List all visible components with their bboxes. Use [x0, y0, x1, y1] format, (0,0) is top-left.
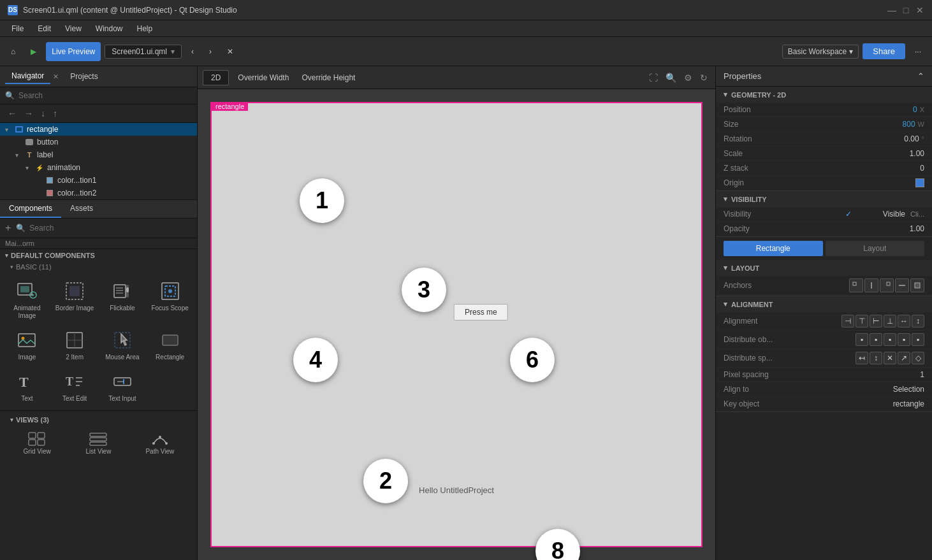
- anchor-fill[interactable]: [910, 278, 924, 292]
- visibility-value[interactable]: Visible: [854, 210, 905, 219]
- dist-sp-btn4[interactable]: ↗: [898, 352, 910, 364]
- zoom-button[interactable]: 🔍: [663, 71, 679, 84]
- override-width-option[interactable]: Override Width: [234, 72, 293, 83]
- dist-obj-btn4[interactable]: ▪: [898, 333, 910, 346]
- menu-window[interactable]: Window: [89, 23, 129, 34]
- comp-text-edit[interactable]: T Text Edit: [52, 366, 98, 406]
- comp-animated-image[interactable]: Animated Image: [4, 276, 50, 324]
- back-button[interactable]: ‹: [186, 42, 200, 61]
- pixel-spacing-value[interactable]: 1: [873, 370, 924, 379]
- menu-edit[interactable]: Edit: [31, 23, 57, 34]
- scale-value[interactable]: 1.00: [873, 149, 924, 158]
- size-value[interactable]: 800: [864, 120, 915, 129]
- live-preview-button[interactable]: Live Preview: [46, 42, 101, 61]
- dist-sp-btn3[interactable]: ✕: [884, 352, 896, 364]
- canvas-press-me-button[interactable]: Press me: [454, 304, 508, 320]
- align-to-value[interactable]: Selection: [873, 385, 924, 394]
- align-center-h-button[interactable]: ↔: [898, 315, 910, 327]
- more-button[interactable]: ···: [909, 42, 927, 61]
- geometry-header[interactable]: ▾ GEOMETRY - 2D: [716, 87, 932, 103]
- comp-image[interactable]: Image: [4, 325, 50, 365]
- dist-obj-btn5[interactable]: ▪: [912, 333, 924, 346]
- comp-rectangle[interactable]: Rectangle: [147, 325, 193, 365]
- comp-focus-scope[interactable]: Focus Scope: [147, 276, 193, 324]
- maximize-button[interactable]: □: [901, 6, 910, 15]
- view-path[interactable]: Path View: [131, 429, 189, 458]
- canvas-tab-2d[interactable]: 2D: [203, 70, 229, 85]
- override-height-option[interactable]: Override Height: [298, 72, 359, 83]
- navigator-search-input[interactable]: [18, 91, 192, 100]
- nav-forward-button[interactable]: →: [22, 107, 36, 120]
- tree-item-animation[interactable]: ▾ ⚡ animation: [0, 161, 197, 174]
- nav-down-button[interactable]: ↓: [38, 107, 48, 120]
- tree-item-label[interactable]: ▾ T label: [0, 148, 197, 161]
- position-value[interactable]: 0: [866, 105, 917, 114]
- comp-flickable[interactable]: Flickable: [99, 276, 146, 324]
- comp-text-input[interactable]: Text Input: [99, 366, 146, 406]
- nav-back-button[interactable]: ←: [5, 107, 19, 120]
- minimize-button[interactable]: —: [887, 6, 896, 15]
- anchor-top-left[interactable]: [849, 278, 863, 292]
- alignment-header[interactable]: ▾ ALIGNMENT: [716, 296, 932, 312]
- comp-text[interactable]: T Text: [4, 366, 50, 406]
- visibility-header[interactable]: ▾ VISIBILITY: [716, 191, 932, 207]
- rotation-value[interactable]: 0.00: [868, 134, 919, 143]
- menu-view[interactable]: View: [59, 23, 88, 34]
- layout-header[interactable]: ▾ LAYOUT: [716, 260, 932, 276]
- refresh-button[interactable]: ↻: [697, 71, 710, 84]
- close-tab-button[interactable]: ✕: [221, 42, 239, 61]
- basic-subsection[interactable]: ▾ BASIC (11): [0, 262, 197, 272]
- align-center-v-button[interactable]: ↕: [912, 315, 924, 327]
- file-tab[interactable]: Screen01.ui.qml ▾: [105, 45, 182, 59]
- tree-item-rectangle[interactable]: ▾ rectangle: [0, 123, 197, 136]
- comp-item[interactable]: 2 Item: [52, 325, 98, 365]
- tab-assets[interactable]: Assets: [61, 200, 102, 218]
- window-controls[interactable]: — □ ✕: [887, 6, 924, 15]
- share-button[interactable]: Share: [863, 43, 905, 59]
- view-grid[interactable]: Grid View: [8, 429, 66, 458]
- tree-item-color2[interactable]: color...tion2: [0, 187, 197, 199]
- add-component-button[interactable]: +: [5, 222, 11, 234]
- dist-obj-btn1[interactable]: ▪: [856, 333, 868, 346]
- align-left-button[interactable]: ⊣: [841, 315, 854, 327]
- default-components-header[interactable]: ▾ DEFAULT COMPONENTS: [0, 249, 197, 262]
- home-button[interactable]: ⌂: [5, 42, 21, 61]
- fit-screen-button[interactable]: ⛶: [646, 71, 660, 84]
- view-list[interactable]: List View: [69, 429, 127, 458]
- run-button[interactable]: ▶: [25, 42, 42, 61]
- opacity-value[interactable]: 1.00: [873, 224, 924, 233]
- comp-border-image[interactable]: Border Image: [52, 276, 98, 324]
- dist-sp-btn1[interactable]: ↤: [856, 352, 868, 364]
- tab-navigator[interactable]: Navigator: [5, 69, 50, 84]
- tree-item-button[interactable]: button: [0, 136, 197, 148]
- anchor-top-right[interactable]: [880, 278, 894, 292]
- tree-item-color1[interactable]: color...tion1: [0, 174, 197, 187]
- layout-mode-button[interactable]: Layout: [826, 241, 925, 256]
- rectangle-mode-button[interactable]: Rectangle: [724, 241, 823, 256]
- align-bottom-button[interactable]: ⊥: [884, 315, 896, 327]
- forward-button[interactable]: ›: [203, 42, 217, 61]
- tab-components[interactable]: Components: [0, 200, 61, 218]
- menu-file[interactable]: File: [5, 23, 30, 34]
- views-header[interactable]: ▾ VIEWS (3): [5, 413, 192, 426]
- key-object-value[interactable]: rectangle: [873, 399, 924, 408]
- comp-mouse-area[interactable]: Mouse Area: [99, 325, 146, 365]
- settings-button[interactable]: ⚙: [681, 71, 695, 84]
- align-top-button[interactable]: ⊤: [856, 315, 868, 327]
- origin-swatch[interactable]: [915, 178, 924, 187]
- zstack-value[interactable]: 0: [873, 164, 924, 173]
- dist-obj-btn2[interactable]: ▪: [870, 333, 882, 346]
- nav-up-button[interactable]: ↑: [50, 107, 60, 120]
- anchor-top[interactable]: [864, 278, 878, 292]
- dist-obj-btn3[interactable]: ▪: [884, 333, 896, 346]
- menu-help[interactable]: Help: [131, 23, 159, 34]
- comp-search-input[interactable]: [29, 224, 192, 233]
- close-button[interactable]: ✕: [915, 6, 924, 15]
- dist-sp-btn5[interactable]: ◇: [912, 352, 924, 364]
- align-right-button[interactable]: ⊢: [870, 315, 882, 327]
- dist-sp-btn2[interactable]: ↕: [870, 352, 882, 364]
- workspace-selector[interactable]: Basic Workspace ▾: [782, 45, 859, 59]
- tab-projects[interactable]: Projects: [64, 69, 104, 83]
- navigator-close[interactable]: ✕: [53, 73, 59, 81]
- anchor-right[interactable]: [895, 278, 909, 292]
